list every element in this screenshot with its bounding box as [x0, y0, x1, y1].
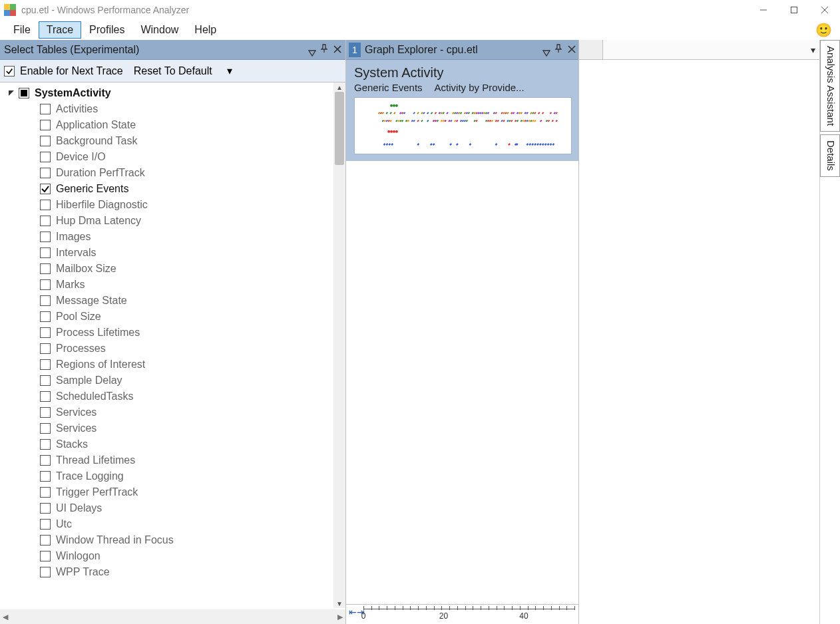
tree-item[interactable]: Trigger PerfTrack	[40, 484, 345, 500]
tree-item-checkbox[interactable]	[40, 535, 51, 546]
tree-item[interactable]: Hup Dma Latency	[40, 213, 345, 229]
scroll-up-icon[interactable]: ▲	[333, 82, 345, 92]
tree-item[interactable]: Process Lifetimes	[40, 325, 345, 341]
tree-item-checkbox[interactable]	[40, 391, 51, 402]
menu-help[interactable]: Help	[186, 21, 224, 39]
tree-item[interactable]: Message State	[40, 293, 345, 309]
tree-item-checkbox[interactable]	[40, 295, 51, 306]
tree-item[interactable]: Regions of Interest	[40, 357, 345, 373]
select-tables-header[interactable]: Select Tables (Experimental)	[0, 40, 345, 60]
minimize-button[interactable]	[748, 0, 779, 20]
tree-item-checkbox[interactable]	[40, 551, 51, 561]
maximize-button[interactable]	[779, 0, 809, 20]
tree-item-checkbox[interactable]	[40, 343, 51, 354]
tree-item[interactable]: Application State	[40, 117, 345, 133]
tree-item[interactable]: Activities	[40, 101, 345, 117]
tree-item[interactable]: Hiberfile Diagnostic	[40, 197, 345, 213]
tree-item[interactable]: Utc	[40, 516, 345, 532]
graph-tab-badge[interactable]: 1	[349, 43, 361, 57]
tree-item-checkbox[interactable]	[40, 263, 51, 274]
close-panel-icon[interactable]	[333, 44, 341, 56]
tree-item-checkbox[interactable]	[40, 567, 51, 577]
tree-item-checkbox[interactable]	[40, 200, 51, 210]
tree-item[interactable]: Thread Lifetimes	[40, 452, 345, 468]
tree-item-checkbox[interactable]	[40, 184, 51, 194]
tree-item-checkbox[interactable]	[40, 519, 51, 530]
tree-item[interactable]: Mailbox Size	[40, 261, 345, 277]
analysis-tabstrip[interactable]: ▾	[579, 40, 819, 60]
hscroll-left-icon[interactable]: ◀	[3, 613, 8, 621]
tree-item-checkbox[interactable]	[40, 232, 51, 242]
timeline-axis[interactable]: ⇤⇥ 02040	[346, 604, 578, 624]
reset-dropdown-icon[interactable]: ▾	[227, 65, 232, 77]
tree-vscrollbar[interactable]: ▲ ▼	[333, 82, 345, 608]
tree-item-checkbox[interactable]	[40, 407, 51, 418]
tree-item[interactable]: UI Delays	[40, 500, 345, 516]
tree-item[interactable]: Generic Events	[40, 181, 345, 197]
graph-panel-menu-icon[interactable]	[542, 47, 549, 53]
tree-item-checkbox[interactable]	[40, 152, 51, 162]
tree-item[interactable]: WPP Trace	[40, 564, 345, 580]
tree-item[interactable]: Duration PerfTrack	[40, 165, 345, 181]
scroll-thumb[interactable]	[335, 92, 344, 165]
tree-item[interactable]: Intervals	[40, 245, 345, 261]
tables-tree[interactable]: SystemActivity ActivitiesApplication Sta…	[0, 82, 345, 608]
graph-explorer-header[interactable]: 1 Graph Explorer - cpu.etl	[346, 40, 578, 60]
tree-item[interactable]: ScheduledTasks	[40, 389, 345, 404]
tree-item[interactable]: Services	[40, 404, 345, 420]
tree-item-checkbox[interactable]	[40, 216, 51, 226]
tree-item[interactable]: Stacks	[40, 436, 345, 452]
tree-item[interactable]: Services	[40, 420, 345, 436]
tree-item-checkbox[interactable]	[40, 136, 51, 146]
menu-trace[interactable]: Trace	[39, 21, 81, 39]
graph-preview-thumbnail[interactable]	[354, 97, 572, 154]
tree-item-checkbox[interactable]	[40, 503, 51, 514]
graph-pin-icon[interactable]	[554, 44, 562, 56]
menu-profiles[interactable]: Profiles	[81, 21, 132, 39]
tree-item-checkbox[interactable]	[40, 423, 51, 434]
tab-details[interactable]: Details	[820, 134, 840, 177]
panel-menu-icon[interactable]	[308, 47, 315, 53]
tree-item-checkbox[interactable]	[40, 455, 51, 466]
root-checkbox[interactable]	[19, 88, 29, 98]
menu-file[interactable]: File	[5, 21, 39, 39]
tree-item[interactable]: Trace Logging	[40, 468, 345, 484]
scroll-down-icon[interactable]: ▼	[333, 599, 345, 608]
tab-analysis-assistant[interactable]: Analysis Assistant	[820, 40, 840, 132]
tree-item[interactable]: Marks	[40, 277, 345, 293]
feedback-smiley-icon[interactable]: 🙂	[815, 22, 832, 38]
graph-card-system-activity[interactable]: System Activity Generic Events Activity …	[346, 60, 578, 161]
tree-item-checkbox[interactable]	[40, 104, 51, 114]
tree-item[interactable]: Device I/O	[40, 149, 345, 165]
menu-window[interactable]: Window	[132, 21, 186, 39]
graph-close-icon[interactable]	[568, 44, 576, 56]
tree-item[interactable]: Images	[40, 229, 345, 245]
tree-item-checkbox[interactable]	[40, 279, 51, 290]
tree-item-checkbox[interactable]	[40, 311, 51, 322]
tree-item-checkbox[interactable]	[40, 439, 51, 450]
tree-item[interactable]: Pool Size	[40, 309, 345, 325]
tree-hscrollbar[interactable]: ◀ ▶	[0, 609, 345, 624]
tree-root-systemactivity[interactable]: SystemActivity	[7, 85, 345, 101]
hscroll-right-icon[interactable]: ▶	[337, 613, 343, 621]
tree-item-checkbox[interactable]	[40, 327, 51, 338]
graph-sub-generic-events[interactable]: Generic Events	[354, 82, 423, 93]
tree-item-checkbox[interactable]	[40, 359, 51, 370]
tree-item-checkbox[interactable]	[40, 471, 51, 482]
close-button[interactable]	[809, 0, 840, 20]
reset-to-default-button[interactable]: Reset To Default	[134, 65, 212, 77]
tree-item[interactable]: Sample Delay	[40, 373, 345, 389]
tree-item-checkbox[interactable]	[40, 375, 51, 386]
tree-item[interactable]: Winlogon	[40, 548, 345, 564]
expand-icon[interactable]	[7, 88, 16, 98]
tree-item[interactable]: Background Task	[40, 133, 345, 149]
enable-next-trace-checkbox[interactable]	[4, 66, 15, 77]
analysis-dropdown-icon[interactable]: ▾	[811, 45, 815, 55]
pin-icon[interactable]	[320, 44, 328, 56]
tree-item[interactable]: Processes	[40, 341, 345, 357]
graph-sub-activity-by-provider[interactable]: Activity by Provide...	[435, 82, 525, 93]
tree-item[interactable]: Window Thread in Focus	[40, 532, 345, 548]
tree-item-checkbox[interactable]	[40, 168, 51, 178]
tree-item-checkbox[interactable]	[40, 487, 51, 498]
tree-item-checkbox[interactable]	[40, 120, 51, 130]
